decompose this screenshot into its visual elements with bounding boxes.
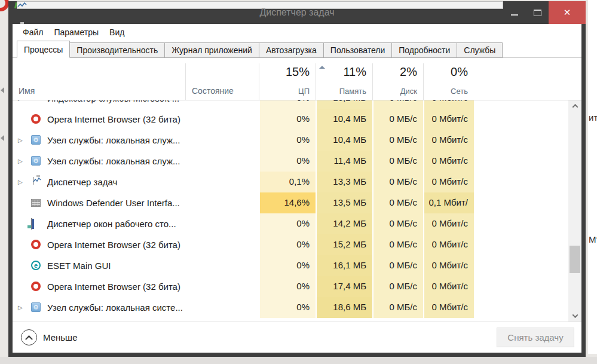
menu-view[interactable]: Вид <box>104 27 130 37</box>
sort-ascending-icon <box>319 66 325 69</box>
table-row[interactable]: ▷ ⚙ Узел службы: локальная систе... 0% 1… <box>13 297 581 318</box>
table-row[interactable]: Opera Internet Browser (32 бита) 0% 17,4… <box>13 276 581 297</box>
maximize-icon <box>534 10 541 16</box>
end-task-button[interactable]: Снять задачу <box>497 328 574 347</box>
fewer-details-button[interactable]: Меньше <box>21 329 77 345</box>
close-icon: ✕ <box>564 7 571 18</box>
column-header-cpu[interactable]: 15% ЦП <box>259 63 316 100</box>
opera-icon <box>31 282 41 291</box>
collapse-circle-icon <box>21 329 37 345</box>
table-row[interactable]: ▷ ⚙ Узел службы: локальная служ... 0% 11… <box>13 151 581 172</box>
scrollbar-thumb[interactable] <box>570 246 580 273</box>
opera-icon <box>31 114 41 124</box>
eset-icon: e <box>31 261 41 270</box>
background-window-fragment: ит М? <box>588 0 597 354</box>
maximize-button[interactable] <box>526 1 549 24</box>
table-row[interactable]: e ESET Main GUI 0% 16,1 МБ 0 МБ/с 0 Мбит… <box>13 255 581 276</box>
column-header-memory[interactable]: 11% Память <box>316 63 372 100</box>
expand-chevron-icon[interactable]: ▷ <box>18 172 23 192</box>
chevron-down-icon <box>572 312 578 318</box>
defender-wall-icon <box>31 199 41 207</box>
footer-bar: Меньше Снять задачу <box>13 322 581 353</box>
expand-chevron-icon[interactable]: ▷ <box>18 130 23 151</box>
column-header-network[interactable]: 0% Сеть <box>423 63 474 100</box>
task-manager-app-icon <box>15 1 503 24</box>
window-body: Файл Параметры Вид Процессы Производител… <box>13 24 581 353</box>
table-row[interactable]: Opera Internet Browser (32 бита) 0% 10,4… <box>13 109 581 130</box>
minimize-icon <box>511 14 518 16</box>
expand-chevron-icon[interactable]: ▷ <box>18 297 23 318</box>
tab-startup[interactable]: Автозагрузка <box>259 42 324 58</box>
chevron-up-icon <box>572 104 578 110</box>
table-row[interactable]: Диспетчер окон рабочего сто... 0% 14,2 М… <box>13 213 581 234</box>
service-gear-icon: ⚙ <box>31 135 41 145</box>
tab-services[interactable]: Службы <box>457 42 503 58</box>
tab-performance[interactable]: Производительность <box>69 42 165 58</box>
menu-options[interactable]: Параметры <box>48 27 104 37</box>
menu-bar: Файл Параметры Вид <box>13 24 581 40</box>
scroll-down-button[interactable] <box>568 310 581 322</box>
column-header-status[interactable]: Состояние <box>185 63 259 100</box>
vertical-scrollbar[interactable] <box>568 100 581 322</box>
background-text-fragment: М? <box>589 234 597 244</box>
table-row[interactable]: Windows Defender User Interfa... 14,6% 1… <box>13 192 581 213</box>
background-strip <box>0 357 597 364</box>
service-gear-icon: ⚙ <box>31 156 41 166</box>
tab-users[interactable]: Пользователи <box>323 42 392 58</box>
background-text-fragment: ит <box>589 112 597 123</box>
table-header: Имя Состояние 15% ЦП 11% Память 2% Диск … <box>13 58 581 100</box>
tab-app-history[interactable]: Журнал приложений <box>164 42 259 58</box>
expand-chevron-icon[interactable]: ▷ <box>18 151 23 172</box>
scroll-up-button[interactable] <box>568 100 581 112</box>
table-row[interactable]: Opera Internet Browser (32 бита) 0% 15,2… <box>13 234 581 255</box>
tab-strip: Процессы Производительность Журнал прило… <box>13 40 581 58</box>
minimize-button[interactable] <box>503 1 526 24</box>
task-manager-window: Диспетчер задач ✕ Файл Параметры Вид Про… <box>8 1 586 357</box>
titlebar[interactable]: Диспетчер задач ✕ <box>8 1 586 24</box>
column-header-disk[interactable]: 2% Диск <box>372 63 423 100</box>
service-gear-icon: ⚙ <box>31 302 41 312</box>
desktop-window-manager-icon <box>31 218 32 230</box>
background-arrow-icon <box>1 135 4 141</box>
background-opera-logo-fragment <box>0 0 9 11</box>
process-list: ▷ ⚙⚙ Индексатор службы Microsoft ... 0% … <box>13 100 581 322</box>
background-arrow-icon <box>1 87 4 93</box>
tab-processes[interactable]: Процессы <box>17 41 70 58</box>
table-row[interactable]: ▷ Диспетчер задач 0,1% 13,3 МБ 0 МБ/с 0 … <box>13 172 581 192</box>
table-row[interactable]: ▷ ⚙⚙ Индексатор службы Microsoft ... 0% … <box>13 100 581 109</box>
opera-icon <box>31 240 41 249</box>
expand-chevron-icon[interactable]: ▷ <box>18 100 23 109</box>
table-row[interactable]: ▷ ⚙ Узел службы: локальная служ... 0% 10… <box>13 130 581 151</box>
close-button[interactable]: ✕ <box>549 1 586 24</box>
menu-file[interactable]: Файл <box>17 27 48 37</box>
column-header-name[interactable]: Имя <box>13 58 185 100</box>
tab-details[interactable]: Подробности <box>391 42 457 58</box>
